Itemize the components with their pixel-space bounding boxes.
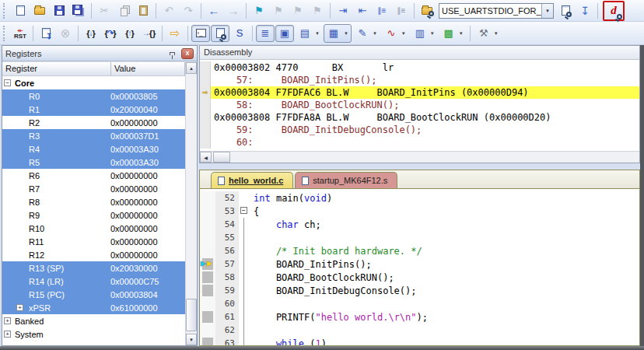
disassembly-hscrollbar[interactable]: ◀	[200, 151, 639, 163]
breakpoint-margin[interactable]	[200, 297, 215, 310]
disassembly-window-button[interactable]	[211, 25, 229, 42]
open-file-button[interactable]	[30, 2, 49, 19]
code-line-53[interactable]: 53−{	[200, 205, 639, 218]
dropdown-arrow-icon[interactable]: ▼	[493, 31, 501, 36]
dropdown-arrow-icon[interactable]: ▼	[343, 31, 351, 36]
breakpoint-margin[interactable]	[200, 244, 215, 257]
dropdown-arrow-icon[interactable]: ▼	[401, 31, 408, 36]
insert-bookmark-button[interactable]: ⚑	[250, 2, 268, 19]
register-row-r8[interactable]: R80x00000000	[2, 195, 185, 208]
register-row-r11[interactable]: R110x00000000	[2, 235, 185, 248]
scroll-left-icon[interactable]: ◀	[200, 152, 212, 163]
hscrollbar-thumb[interactable]	[213, 152, 230, 163]
code-text[interactable]: {	[250, 206, 639, 217]
step-button[interactable]: {↓}	[82, 25, 100, 42]
disassembly-line[interactable]: 57: BOARD_InitPins();	[200, 74, 639, 86]
copy-button[interactable]	[114, 2, 133, 19]
register-row-banked[interactable]: +Banked	[2, 314, 185, 327]
dropdown-arrow-icon[interactable]: ▼	[314, 31, 322, 36]
breakpoint-margin[interactable]	[200, 218, 215, 231]
comment-button[interactable]: ∥≡	[373, 2, 391, 19]
watch-window-button[interactable]: ▤	[296, 25, 314, 42]
new-file-button[interactable]	[11, 2, 30, 19]
code-text[interactable]: BOARD_InitPins();	[250, 259, 639, 270]
peripheral-dialogs-button[interactable]: ▩	[439, 25, 458, 42]
code-line-56[interactable]: 56 /* Init board hardware. */	[200, 244, 639, 257]
save-all-button[interactable]	[69, 2, 88, 19]
close-panel-button[interactable]: x	[181, 48, 194, 59]
panel-splitter[interactable]	[199, 163, 640, 170]
code-text[interactable]: while (1)	[250, 338, 639, 346]
registers-window-button[interactable]: ≣	[256, 25, 275, 42]
code-line-61[interactable]: 61 PRINTF("hello world.\r\n");	[200, 310, 639, 324]
disassembly-line[interactable]: 0x00003808 F7FDFA8A BL.W BOARD_BootClock…	[200, 111, 639, 124]
scroll-up-icon[interactable]: ▲	[186, 62, 197, 74]
find-combo[interactable]: USE_UARTSTDIO_FOR_EF▼	[439, 3, 554, 19]
disassembly-line[interactable]: ⇨0x00003804 F7FDFAC6 BL.W BOARD_InitPins…	[200, 86, 639, 99]
find-in-files-button[interactable]	[418, 2, 436, 19]
register-row-r15-pc[interactable]: R15 (PC)0x00003804	[2, 288, 185, 301]
run-button[interactable]: ↧	[37, 25, 55, 42]
register-column-label[interactable]: Register	[2, 62, 111, 75]
code-line-55[interactable]: 55	[200, 231, 639, 244]
toolbar-gripper[interactable]	[3, 26, 8, 41]
dropdown-arrow-icon[interactable]: ▼	[458, 31, 466, 36]
register-row-r12[interactable]: R120x00000000	[2, 248, 185, 261]
previous-bookmark-button[interactable]: ⚑	[289, 2, 307, 19]
scroll-down-icon[interactable]: ▼	[186, 334, 197, 345]
expand-icon[interactable]: +	[4, 331, 11, 338]
register-row-r14-lr[interactable]: R14 (LR)0x00000C75	[2, 275, 185, 288]
symbol-window-button[interactable]: S	[230, 25, 249, 42]
expand-icon[interactable]: +	[16, 304, 23, 311]
breakpoint-margin[interactable]	[200, 337, 215, 345]
code-line-58[interactable]: 58 BOARD_BootClockRUN();	[200, 271, 639, 284]
register-row-r2[interactable]: R20x00000000	[2, 116, 185, 129]
breakpoint-margin[interactable]	[200, 205, 215, 218]
disassembly-line[interactable]: 58: BOARD_BootClockRUN();	[200, 99, 639, 111]
navigate-forward-button[interactable]: →	[224, 2, 243, 19]
indent-button[interactable]: ⇥	[334, 2, 352, 19]
run-to-cursor-button[interactable]: →{}	[140, 25, 159, 42]
code-line-57[interactable]: ▶▶57 BOARD_InitPins();	[200, 257, 639, 271]
toolbox-button[interactable]: ⚒	[474, 25, 493, 42]
next-bookmark-button[interactable]: ⚑	[269, 2, 288, 19]
expand-icon[interactable]: +	[4, 317, 11, 324]
register-row-r13-sp[interactable]: R13 (SP)0x20030000	[2, 261, 185, 275]
register-row-r7[interactable]: R70x00000000	[2, 182, 185, 195]
serial-window-button[interactable]: ✎	[353, 25, 372, 42]
unindent-button[interactable]: ⇤	[353, 2, 372, 19]
step-out-button[interactable]: {↑}	[121, 25, 139, 42]
register-row-xpsr[interactable]: +xPSR0x61000000	[2, 301, 185, 314]
cut-button[interactable]: ✂	[95, 2, 114, 19]
goto-reference-button[interactable]: ↧	[576, 2, 594, 19]
collapse-icon[interactable]: −	[4, 79, 11, 86]
save-button[interactable]	[50, 2, 68, 19]
registers-scrollbar[interactable]: ▲ ▼	[185, 62, 197, 345]
system-viewer-button[interactable]: ▥	[411, 25, 429, 42]
lookup-symbols-button[interactable]	[556, 2, 575, 19]
fold-collapse-icon[interactable]: −	[240, 207, 247, 214]
stop-button[interactable]: ⊗	[56, 25, 75, 42]
code-line-60[interactable]: 60	[200, 297, 639, 310]
breakpoint-margin[interactable]	[200, 231, 215, 244]
code-line-52[interactable]: 52int main(void)	[200, 191, 639, 205]
command-window-button[interactable]: ›_	[191, 25, 210, 42]
register-row-r9[interactable]: R90x00000000	[2, 208, 185, 222]
memory-window-button[interactable]: ▦	[324, 25, 343, 42]
register-row-system[interactable]: +System	[2, 327, 185, 341]
breakpoint-margin[interactable]: ▶▶	[200, 257, 215, 271]
pin-icon[interactable]	[170, 52, 175, 55]
uncomment-button[interactable]: ∥≡	[392, 2, 411, 19]
tab-hello-world-c[interactable]: hello_world.c	[211, 172, 293, 188]
register-row-r0[interactable]: R00x00003805	[2, 89, 185, 103]
register-row-r1[interactable]: R10x20000040	[2, 103, 185, 116]
register-row-r3[interactable]: R30x000037D1	[2, 129, 185, 142]
logic-analyzer-button[interactable]: ∿	[382, 25, 401, 42]
register-row-r4[interactable]: R40x00003A30	[2, 142, 185, 156]
paste-button[interactable]	[134, 2, 152, 19]
breakpoint-margin[interactable]	[200, 324, 215, 337]
dropdown-arrow-icon[interactable]: ▼	[372, 31, 380, 36]
breakpoint-margin[interactable]	[200, 284, 215, 297]
callstack-window-button[interactable]: ▣	[275, 25, 294, 42]
clear-bookmarks-button[interactable]: ⚑	[308, 2, 327, 19]
